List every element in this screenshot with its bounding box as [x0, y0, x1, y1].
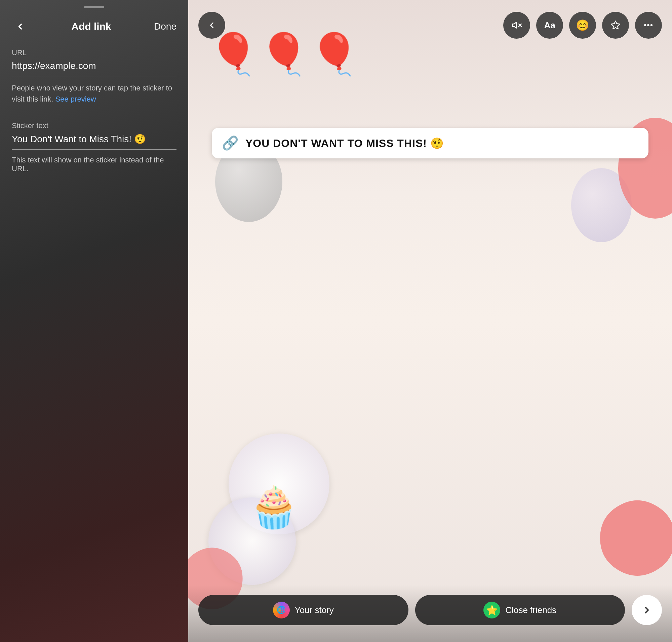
effects-button[interactable]	[602, 12, 629, 39]
more-button[interactable]: •••	[635, 12, 662, 39]
done-button[interactable]: Done	[154, 21, 177, 32]
see-preview-link[interactable]: See preview	[55, 95, 96, 103]
link-sticker-text: YOU DON'T WANT TO MISS THIS! 🤨	[245, 137, 444, 150]
back-button[interactable]	[12, 18, 29, 35]
cupcake-sticker: 🧁	[249, 484, 299, 531]
your-story-label: Your story	[295, 605, 334, 615]
sticker-text-value[interactable]: You Don't Want to Miss This! 🤨	[12, 133, 177, 150]
panel-title: Add link	[71, 21, 111, 32]
right-panel: Aa 😊 ••• 🎈🎈🎈 🔗 YOU DON'T WANT TO MISS TH…	[188, 0, 672, 642]
link-sticker-icon: 🔗	[222, 135, 239, 151]
left-header: Add link Done	[0, 8, 188, 42]
link-sticker[interactable]: 🔗 YOU DON'T WANT TO MISS THIS! 🤨	[212, 128, 648, 158]
back-story-button[interactable]	[198, 12, 225, 39]
sticker-button[interactable]: 😊	[569, 12, 596, 39]
close-friends-label: Close friends	[505, 605, 556, 615]
mute-button[interactable]	[503, 12, 530, 39]
left-panel: Add link Done URL https://example.com Pe…	[0, 0, 188, 642]
url-description: People who view your story can tap the s…	[12, 82, 177, 105]
next-button[interactable]	[632, 595, 662, 625]
url-label: URL	[12, 49, 177, 57]
text-button[interactable]: Aa	[536, 12, 563, 39]
close-friends-option[interactable]: ⭐ Close friends	[415, 595, 625, 625]
svg-marker-3	[611, 21, 620, 29]
close-friends-icon: ⭐	[483, 602, 500, 618]
svg-marker-0	[513, 22, 516, 28]
story-bottom-bar: 🌐 Your story ⭐ Close friends	[188, 585, 672, 642]
story-toolbar: Aa 😊 •••	[188, 0, 672, 46]
your-story-icon: 🌐	[273, 602, 290, 618]
url-value[interactable]: https://example.com	[12, 61, 177, 76]
sticker-description: This text will show on the sticker inste…	[12, 156, 177, 173]
sticker-text-label: Sticker text	[12, 121, 177, 130]
pink-balloon-bottom-right: ⬤	[596, 489, 672, 575]
your-story-option[interactable]: 🌐 Your story	[198, 595, 409, 625]
url-section: URL https://example.com People who view …	[0, 42, 188, 173]
